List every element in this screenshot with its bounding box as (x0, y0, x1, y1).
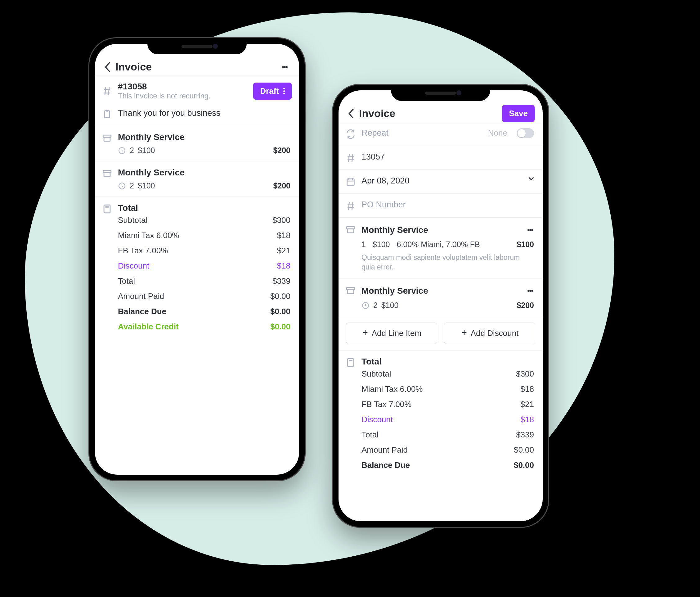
clock-icon (118, 182, 126, 190)
item-menu-button[interactable] (527, 285, 534, 297)
totals-section: Total Subtotal$300 Miami Tax 6.00%$18 FB… (339, 351, 543, 478)
subtotal-value: $300 (272, 215, 291, 225)
svg-rect-8 (104, 205, 110, 213)
date-row[interactable]: Apr 08, 2020 (339, 170, 543, 194)
add-discount-button[interactable]: Add Discount (444, 323, 535, 344)
item-price: $100 (373, 240, 390, 249)
item-qty: 2 (130, 146, 134, 155)
more-vertical-icon (283, 87, 285, 95)
balance-value: $0.00 (514, 460, 534, 470)
line-item[interactable]: Monthly Service 1 $100 6.00% Miami, 7.00… (339, 218, 543, 279)
credit-label: Available Credit (118, 322, 179, 332)
svg-rect-12 (348, 229, 354, 233)
add-line-item-button[interactable]: Add Line Item (346, 323, 437, 344)
tax2-label: FB Tax 7.00% (361, 400, 411, 409)
page-title: Invoice (116, 61, 279, 73)
invoice-id: #13058 (118, 82, 248, 92)
subtotal-label: Subtotal (118, 215, 147, 225)
phone-mockup-right: Invoice Save Repeat None 13057 (332, 84, 549, 528)
svg-rect-0 (105, 111, 110, 118)
subtotal-value: $300 (516, 369, 534, 379)
item-amount: $200 (273, 181, 291, 190)
svg-rect-16 (348, 359, 354, 367)
hash-icon (102, 86, 112, 97)
tax2-label: FB Tax 7.00% (118, 246, 168, 256)
repeat-row[interactable]: Repeat None (339, 122, 543, 146)
item-amount: $200 (517, 301, 534, 310)
tax1-label: Miami Tax 6.00% (118, 231, 179, 240)
line-item[interactable]: Monthly Service 2 $100 $200 (95, 162, 299, 197)
repeat-toggle[interactable] (517, 128, 534, 138)
phone-notch (391, 85, 490, 101)
plus-icon (461, 329, 468, 338)
paid-value: $0.00 (514, 445, 534, 455)
archive-icon (345, 224, 356, 235)
svg-rect-9 (105, 207, 108, 208)
po-number-row[interactable]: PO Number (339, 194, 543, 218)
archive-icon (102, 133, 112, 143)
item-amount: $100 (517, 240, 534, 249)
tax1-value: $18 (521, 384, 534, 394)
clipboard-icon (102, 109, 112, 120)
plus-icon (362, 329, 369, 338)
balance-value: $0.00 (270, 307, 291, 316)
calculator-icon (345, 357, 356, 368)
archive-icon (345, 285, 356, 296)
total-label: Total (361, 430, 378, 439)
back-button[interactable] (345, 107, 358, 120)
item-name: Monthly Service (118, 132, 184, 142)
balance-label: Balance Due (361, 460, 410, 470)
item-name: Monthly Service (118, 168, 184, 177)
clock-icon (118, 146, 126, 154)
calculator-icon (102, 204, 112, 214)
tax1-value: $18 (277, 231, 291, 240)
screen-left: Invoice #13058 This invoice is not recur… (95, 44, 299, 475)
header-menu-button[interactable] (279, 61, 291, 73)
invoice-status-row: #13058 This invoice is not recurring. Dr… (95, 75, 299, 102)
archive-icon (102, 168, 112, 179)
item-description: Quisquam modi sapiente voluptatem velit … (361, 251, 534, 272)
back-button[interactable] (101, 61, 114, 74)
repeat-label: Repeat (361, 128, 482, 138)
note-row[interactable]: Thank you for you business (95, 102, 299, 126)
repeat-icon (345, 129, 356, 139)
svg-rect-17 (349, 360, 352, 361)
recurring-note: This invoice is not recurring. (118, 92, 248, 100)
svg-rect-1 (106, 110, 108, 112)
paid-label: Amount Paid (118, 291, 164, 301)
discount-value: $18 (277, 261, 291, 271)
hash-icon (345, 200, 356, 211)
tax1-label: Miami Tax 6.00% (361, 384, 423, 394)
total-value: $339 (516, 430, 534, 439)
tax2-value: $21 (521, 400, 534, 409)
phone-mockup-left: Invoice #13058 This invoice is not recur… (89, 37, 306, 481)
svg-rect-14 (348, 290, 354, 294)
invoice-id-row[interactable]: 13057 (339, 146, 543, 170)
svg-rect-6 (104, 173, 110, 177)
item-name: Monthly Service (361, 225, 428, 235)
hash-icon (345, 153, 356, 163)
item-price: $100 (138, 146, 155, 155)
caret-down-icon (528, 176, 534, 182)
totals-section: Total Subtotal$300 Miami Tax 6.00%$18 FB… (95, 197, 299, 340)
totals-title: Total (361, 357, 534, 367)
save-button[interactable]: Save (502, 105, 534, 122)
item-amount: $200 (273, 146, 291, 155)
action-buttons-row: Add Line Item Add Discount (339, 316, 543, 351)
chevron-left-icon (348, 109, 354, 119)
repeat-value: None (488, 128, 507, 138)
item-qty: 2 (373, 301, 378, 310)
discount-label: Discount (361, 415, 393, 424)
line-item[interactable]: Monthly Service 2 $100 $200 (339, 279, 543, 316)
line-item[interactable]: Monthly Service 2 $100 $200 (95, 126, 299, 162)
item-menu-button[interactable] (527, 224, 534, 236)
totals-title: Total (118, 203, 291, 213)
draft-badge-button[interactable]: Draft (253, 82, 292, 100)
subtotal-label: Subtotal (361, 369, 391, 379)
svg-rect-10 (347, 179, 354, 185)
item-price: $100 (138, 181, 155, 190)
credit-value: $0.00 (270, 322, 291, 332)
tax2-value: $21 (277, 246, 291, 256)
note-text: Thank you for you business (118, 109, 291, 118)
paid-value: $0.00 (270, 291, 291, 301)
